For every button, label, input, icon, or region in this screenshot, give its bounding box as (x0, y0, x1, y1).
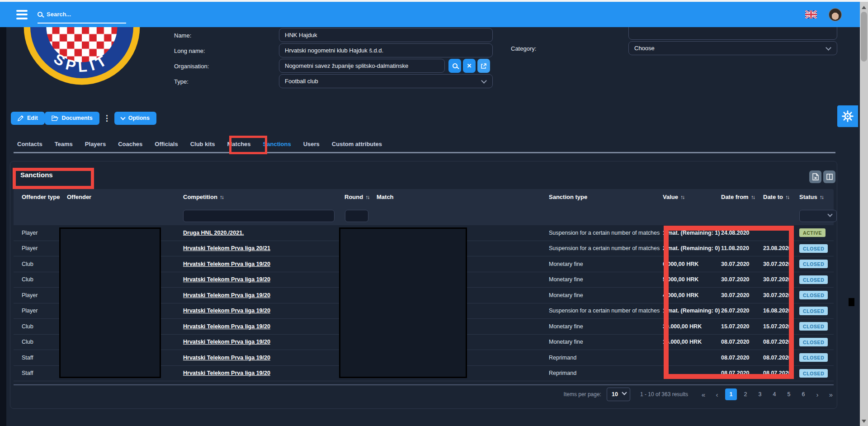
window-top-strip (0, 0, 868, 2)
redaction-artifact (849, 298, 854, 306)
organisation-label: Organisation: (174, 63, 209, 70)
global-search (38, 5, 126, 24)
sort-icon[interactable] (751, 194, 755, 200)
competition-link[interactable]: Hrvatski Telekom Prva liga 19/20 (183, 261, 270, 267)
page-number[interactable]: 1 (725, 388, 737, 400)
competition-link[interactable]: Hrvatski Telekom Prva liga 20/21 (183, 245, 270, 251)
search-input[interactable] (47, 11, 114, 18)
category-select[interactable]: Choose (628, 41, 837, 55)
annotation-box-sanctions-title (13, 168, 94, 189)
next-page-button[interactable]: › (812, 388, 823, 400)
external-link-icon (481, 63, 487, 69)
prev-page-button[interactable]: ‹ (712, 388, 722, 400)
organisation-input[interactable] (279, 59, 445, 73)
col-round[interactable]: Round (344, 194, 377, 200)
sort-icon[interactable] (220, 194, 223, 200)
scrollbar-up-arrow[interactable] (860, 4, 868, 11)
competition-link[interactable]: Hrvatski Telekom Prva liga 19/20 (183, 339, 270, 345)
round-filter-input[interactable] (345, 210, 368, 222)
page-root: HAJDUK SPLIT Name: Long name: Organisati… (0, 0, 868, 426)
status-badge: CLOSED (799, 291, 828, 299)
first-page-button[interactable]: « (698, 388, 709, 400)
organisation-open-button[interactable] (477, 59, 490, 73)
export-file-button[interactable] (809, 170, 821, 183)
page-number[interactable]: 4 (769, 388, 780, 400)
redacted-offender-box (59, 227, 161, 378)
tab-label: Players (85, 141, 106, 147)
sort-icon[interactable] (680, 194, 684, 200)
type-select-value: Football club (285, 78, 318, 85)
competition-link[interactable]: Hrvatski Telekom Prva liga 19/20 (183, 292, 270, 298)
items-per-page-select[interactable]: 10 (607, 388, 630, 401)
status-filter-select[interactable] (799, 210, 837, 222)
tab-item[interactable]: Teams (55, 141, 73, 147)
page-number[interactable]: 2 (740, 388, 751, 400)
search-icon (453, 63, 458, 68)
user-avatar[interactable] (829, 8, 842, 21)
competition-link[interactable]: Hrvatski Telekom Prva liga 19/20 (183, 276, 270, 283)
tab-item[interactable]: Coaches (118, 141, 142, 147)
page-number[interactable]: 5 (783, 388, 795, 400)
search-icon (38, 12, 42, 17)
name-input[interactable] (279, 28, 493, 42)
pagination: Items per page: 10 1 - 10 of 363 results… (564, 387, 836, 402)
sort-icon[interactable] (365, 194, 369, 200)
name-label: Name: (174, 32, 191, 39)
gear-icon (841, 110, 854, 123)
scrollbar-thumb[interactable] (861, 12, 867, 62)
tab-item[interactable]: Players (85, 141, 106, 147)
sanction-type-cell: Suspension for a certain number of match… (549, 308, 663, 314)
competition-link[interactable]: Hrvatski Telekom Prva liga 19/20 (183, 308, 270, 314)
table-header: Offender type Offender Competition Round… (14, 189, 834, 225)
pencil-icon (18, 115, 24, 121)
col-date-to[interactable]: Date to (763, 194, 799, 200)
scrollbar-down-arrow[interactable] (860, 417, 868, 425)
page-scrollbar[interactable] (860, 2, 868, 426)
tab-label: Custom attributes (332, 141, 382, 147)
type-label: Type: (174, 78, 189, 85)
language-flag-icon[interactable] (805, 10, 817, 19)
competition-link[interactable]: Hrvatski Telekom Prva liga 19/20 (183, 355, 270, 361)
documents-button[interactable]: Documents (45, 112, 99, 125)
competition-link[interactable]: Druga HNL 2020./2021. (183, 230, 244, 236)
last-page-button[interactable]: » (826, 388, 836, 400)
page-number[interactable]: 6 (797, 388, 809, 400)
col-competition[interactable]: Competition (183, 194, 344, 200)
col-date-from[interactable]: Date from (721, 194, 763, 200)
settings-gear-button[interactable] (837, 105, 858, 127)
hamburger-menu-icon[interactable] (16, 10, 28, 19)
sanction-type-cell: Monetary fine (549, 276, 663, 283)
edit-button[interactable]: Edit (11, 112, 45, 125)
col-status[interactable]: Status (799, 194, 836, 200)
organisation-search-button[interactable] (448, 59, 461, 73)
competition-link[interactable]: Hrvatski Telekom Prva liga 19/20 (183, 370, 270, 376)
status-badge: CLOSED (799, 369, 828, 378)
tab-item[interactable]: Club kits (190, 141, 215, 147)
sanction-type-cell: Monetary fine (549, 261, 663, 267)
category-label: Category: (511, 45, 536, 52)
col-value[interactable]: Value (663, 194, 721, 200)
organisation-clear-button[interactable]: ✕ (463, 59, 476, 73)
folder-icon (52, 115, 58, 121)
sort-icon[interactable] (820, 194, 823, 200)
options-button[interactable]: Options (114, 112, 156, 125)
items-per-page-label: Items per page: (564, 391, 601, 398)
page-number[interactable]: 3 (754, 388, 766, 400)
chevron-down-icon (827, 212, 832, 217)
table-actions (809, 170, 835, 183)
competition-filter-input[interactable] (183, 210, 335, 222)
long-name-input[interactable] (279, 43, 493, 57)
tab-item[interactable]: Officials (155, 141, 178, 147)
annotation-box-sanctions-tab (229, 136, 267, 154)
tab-item[interactable]: Users (303, 141, 320, 147)
tab-item[interactable]: Contacts (17, 141, 42, 147)
more-menu-icon[interactable]: ⋮ (103, 114, 111, 123)
status-badge: CLOSED (799, 260, 828, 268)
sort-icon[interactable] (785, 194, 789, 200)
tab-item[interactable]: Custom attributes (332, 141, 382, 147)
competition-link[interactable]: Hrvatski Telekom Prva liga 19/20 (183, 323, 270, 330)
type-select[interactable]: Football club (279, 74, 493, 88)
columns-toggle-button[interactable] (823, 170, 835, 183)
status-badge: CLOSED (799, 322, 828, 331)
close-icon: ✕ (467, 62, 472, 69)
